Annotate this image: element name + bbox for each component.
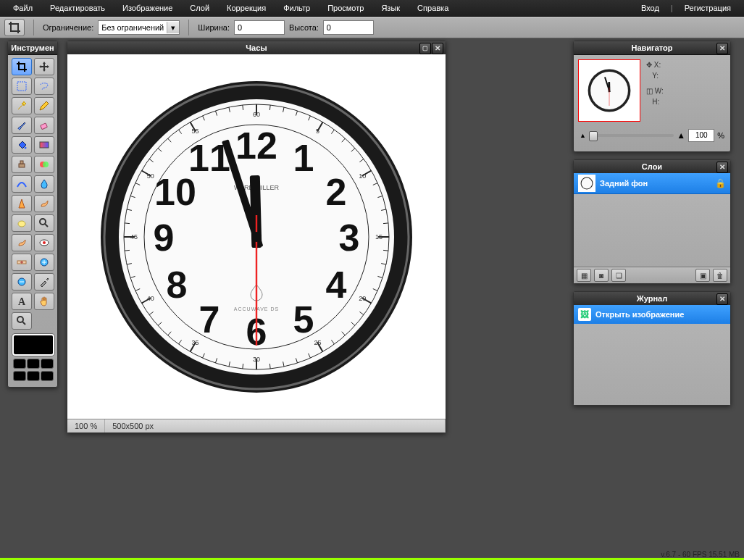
wand-tool[interactable]: [12, 97, 32, 114]
tools-title[interactable]: Инструмен: [8, 41, 57, 55]
history-panel: Журнал ✕ 🖼 Открыть изображение: [573, 291, 731, 406]
layer-row[interactable]: Задний фон 🔒: [574, 173, 730, 194]
clock-image: 60510152025303540455055 12 1 2 3 4 5 6 7…: [75, 56, 438, 418]
menu-image[interactable]: Изображение: [114, 0, 181, 16]
menu-filter[interactable]: Фильтр: [275, 0, 319, 16]
minimize-icon[interactable]: ▢: [419, 43, 431, 54]
svg-rect-5: [20, 161, 23, 164]
svg-text:12: 12: [235, 125, 277, 167]
constraint-value: Без ограничений: [99, 23, 167, 32]
crop-icon: [8, 21, 21, 34]
close-icon[interactable]: ✕: [716, 162, 728, 173]
svg-text:8: 8: [167, 264, 188, 306]
eraser-tool[interactable]: [34, 117, 54, 134]
constraint-select[interactable]: Без ограничений ▾: [98, 20, 180, 35]
close-icon[interactable]: ✕: [716, 293, 728, 305]
burn-tool[interactable]: [12, 234, 32, 251]
gradient-tool[interactable]: [34, 136, 54, 154]
layer-mask-button[interactable]: ◙: [594, 269, 609, 282]
history-title[interactable]: Журнал ✕: [574, 292, 730, 306]
menu-view[interactable]: Просмотр: [319, 0, 372, 16]
canvas[interactable]: 60510152025303540455055 12 1 2 3 4 5 6 7…: [67, 54, 446, 419]
layer-dup-button[interactable]: ❏: [611, 269, 626, 282]
menu-layer[interactable]: Слой: [181, 0, 218, 16]
delete-layer-button[interactable]: 🗑: [713, 269, 727, 282]
zoom-out-icon[interactable]: ▲: [580, 132, 586, 139]
new-layer-button[interactable]: ▦: [577, 269, 591, 282]
svg-text:A: A: [17, 296, 25, 307]
close-icon[interactable]: ✕: [716, 43, 728, 54]
zoom-input[interactable]: 100: [688, 129, 714, 142]
document-window: Часы ▢ ✕ 60510152025303540455055 12: [67, 41, 446, 433]
close-icon[interactable]: ✕: [432, 43, 443, 54]
layers-title[interactable]: Слои ✕: [574, 160, 730, 174]
document-title-bar[interactable]: Часы ▢ ✕: [67, 41, 446, 55]
layer-up-button[interactable]: ▣: [695, 269, 710, 282]
sponge-tool[interactable]: [12, 214, 32, 232]
history-item-label: Открыть изображение: [595, 310, 684, 319]
swatch[interactable]: [41, 371, 54, 381]
bucket-tool[interactable]: [12, 136, 32, 154]
svg-text:35: 35: [191, 339, 198, 346]
height-value: 0: [327, 23, 331, 32]
width-input[interactable]: 0: [234, 20, 285, 35]
dimensions-readout: 500x500 px: [105, 419, 446, 432]
lock-icon[interactable]: 🔒: [715, 178, 726, 188]
navigator-thumbnail[interactable]: [578, 59, 640, 122]
type-tool[interactable]: A: [12, 293, 32, 310]
redeye-tool[interactable]: [34, 234, 54, 251]
menu-adjustment[interactable]: Коррекция: [218, 0, 275, 16]
zoom-tool[interactable]: [12, 312, 32, 330]
smudge-tool[interactable]: [34, 195, 54, 212]
svg-point-2: [24, 147, 26, 149]
swatch[interactable]: [27, 371, 40, 381]
svg-text:40: 40: [147, 295, 154, 302]
zoom-slider[interactable]: [589, 134, 674, 137]
hand-tool[interactable]: [34, 293, 54, 310]
draw-tool[interactable]: [12, 175, 32, 193]
login-link[interactable]: Вход: [632, 0, 668, 16]
svg-text:2: 2: [326, 171, 347, 213]
swatch[interactable]: [13, 371, 26, 381]
zoom-in-icon[interactable]: ▲: [677, 130, 685, 141]
brush-tool[interactable]: [12, 117, 32, 134]
menu-language[interactable]: Язык: [372, 0, 409, 16]
crop-tool[interactable]: [12, 58, 32, 75]
bloat-tool[interactable]: [34, 254, 54, 271]
zoom-readout[interactable]: 100 %: [67, 419, 105, 432]
swatch[interactable]: [41, 359, 54, 369]
pencil-tool[interactable]: [34, 97, 54, 114]
constraint-label: Ограничение:: [43, 23, 93, 32]
layers-title-text: Слои: [642, 162, 662, 171]
svg-text:3: 3: [339, 217, 360, 259]
divider: [33, 20, 34, 35]
sharpen-tool[interactable]: [12, 195, 32, 212]
history-item[interactable]: 🖼 Открыть изображение: [574, 305, 730, 324]
svg-point-16: [17, 317, 23, 322]
height-input[interactable]: 0: [323, 20, 374, 35]
color-swatches[interactable]: [12, 334, 53, 381]
spot-heal-tool[interactable]: [12, 254, 32, 271]
marquee-tool[interactable]: [12, 78, 32, 95]
layers-panel: Слои ✕ Задний фон 🔒 ▦ ◙ ❏ ▣ 🗑: [573, 159, 731, 284]
move-tool[interactable]: [34, 58, 54, 75]
eyedropper-tool[interactable]: [34, 273, 54, 291]
swatch[interactable]: [27, 359, 40, 369]
dodge-tool[interactable]: [34, 214, 54, 232]
width-label: Ширина:: [198, 23, 230, 32]
swatch[interactable]: [13, 359, 26, 369]
menu-help[interactable]: Справка: [409, 0, 457, 16]
foreground-color[interactable]: [12, 334, 54, 356]
clone-tool[interactable]: [12, 156, 32, 173]
svg-text:30: 30: [253, 356, 260, 363]
pinch-tool[interactable]: [12, 273, 32, 291]
lasso-tool[interactable]: [34, 78, 54, 95]
menu-edit[interactable]: Редактировать: [41, 0, 114, 16]
color-replace-tool[interactable]: [34, 156, 54, 173]
register-link[interactable]: Регистрация: [676, 0, 740, 16]
menu-file[interactable]: Файл: [4, 0, 41, 16]
width-value: 0: [238, 23, 242, 32]
navigator-title[interactable]: Навигатор ✕: [574, 41, 730, 55]
svg-text:45: 45: [130, 233, 138, 241]
blur-tool[interactable]: [34, 175, 54, 193]
